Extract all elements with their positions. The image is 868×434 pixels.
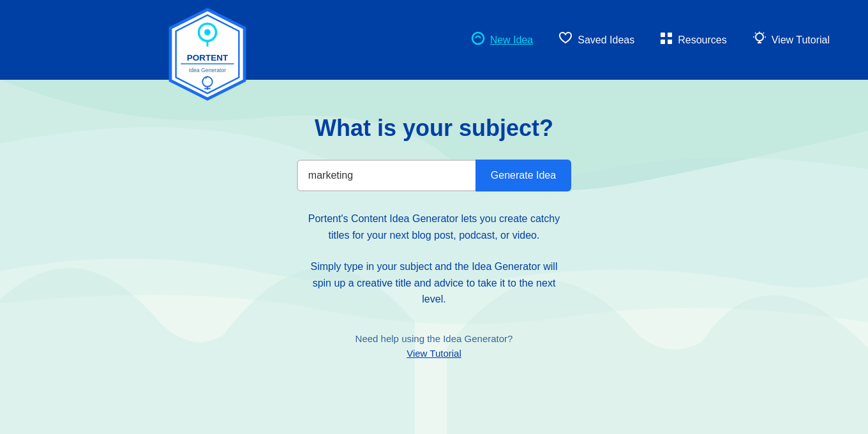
header: PORTENT Idea Generator New Idea (0, 0, 868, 80)
nav-resources-label: Resources (678, 34, 726, 46)
description-1: Portent's Content Idea Generator lets yo… (300, 211, 568, 243)
heart-icon (558, 32, 572, 48)
main-content: What is your subject? Generate Idea Port… (0, 80, 868, 434)
nav-view-tutorial-label: View Tutorial (772, 34, 830, 46)
svg-line-23 (763, 33, 764, 34)
svg-point-3 (204, 29, 211, 36)
svg-rect-15 (661, 40, 665, 44)
main-nav: New Idea Saved Ideas Resources (471, 31, 830, 49)
description-2: Simply type in your subject and the Idea… (300, 258, 568, 308)
lightbulb-icon (752, 31, 767, 49)
logo-badge[interactable]: PORTENT Idea Generator (166, 6, 249, 102)
subject-input[interactable] (297, 160, 475, 191)
content-area: What is your subject? Generate Idea Port… (0, 80, 868, 359)
svg-text:Idea Generator: Idea Generator (189, 67, 227, 73)
main-title: What is your subject? (0, 115, 868, 142)
svg-rect-14 (668, 33, 672, 37)
nav-new-idea[interactable]: New Idea (471, 31, 534, 49)
search-row: Generate Idea (0, 160, 868, 191)
new-idea-icon (471, 31, 485, 49)
help-text: Need help using the Idea Generator? (0, 333, 868, 344)
generate-button[interactable]: Generate Idea (475, 160, 571, 191)
svg-text:PORTENT: PORTENT (187, 53, 228, 63)
nav-saved-ideas-label: Saved Ideas (578, 34, 634, 46)
grid-icon (660, 32, 673, 48)
nav-view-tutorial[interactable]: View Tutorial (752, 31, 830, 49)
nav-resources[interactable]: Resources (660, 32, 726, 48)
nav-new-idea-label: New Idea (490, 34, 534, 46)
svg-rect-16 (668, 40, 672, 44)
svg-point-12 (472, 33, 484, 44)
svg-line-22 (755, 33, 756, 34)
tutorial-link[interactable]: View Tutorial (407, 348, 461, 359)
nav-saved-ideas[interactable]: Saved Ideas (558, 32, 634, 48)
svg-point-17 (756, 33, 763, 41)
svg-rect-13 (661, 33, 665, 37)
